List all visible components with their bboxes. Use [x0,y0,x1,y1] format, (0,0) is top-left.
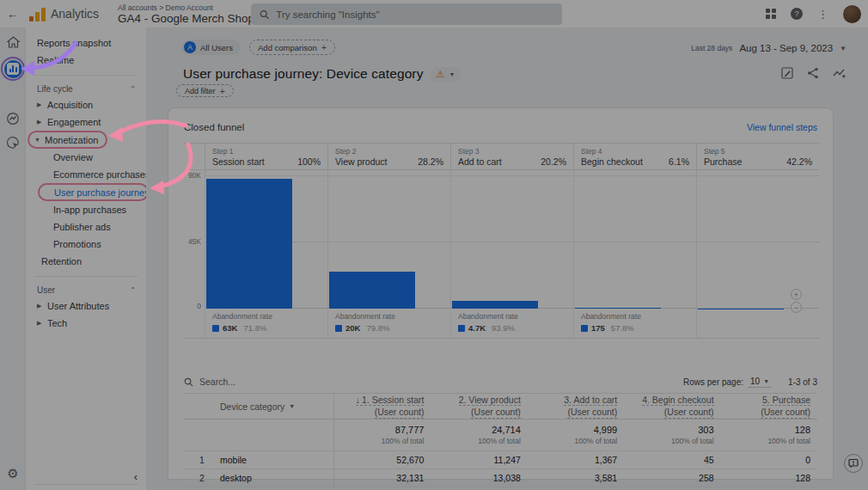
sidebar-item-user-attributes[interactable]: ▶User Attributes [26,297,146,315]
feedback-bubble-icon [848,458,859,469]
advertising-icon[interactable] [0,136,26,150]
sidebar-item-engagement[interactable]: ▶Engagement [26,113,146,131]
search-icon [184,377,193,387]
reports-nav-highlight-ring[interactable] [1,57,25,81]
chevron-down-icon: ▼ [449,71,455,77]
table-search-input[interactable] [199,377,303,387]
table-header-row: Device category▼ ↓1. Session start (User… [184,393,817,420]
search-input[interactable] [276,9,553,20]
gridline-45k [205,242,819,242]
sidebar-item-acquisition[interactable]: ▶Acquisition [26,96,146,113]
account-switcher[interactable]: All accounts > Demo Account GA4 - Google… [118,3,266,25]
sidebar-item-monetization[interactable]: ▼Monetization [28,131,107,149]
analytics-logo-icon [29,8,46,21]
chevron-up-icon: ⌃ [130,85,136,93]
search-icon [260,9,269,20]
sidebar-item-promotions[interactable]: Promotions [26,236,146,253]
insights-icon[interactable] [833,67,847,79]
legend-swatch [212,325,219,332]
sidebar-item-ecommerce-purchases[interactable]: Ecommerce purchases [26,166,146,183]
warning-icon: ⚠ [437,70,445,79]
column-header-session-start[interactable]: ↓1. Session start (User count) [334,394,431,419]
abandonment-cell: Abandonment rate 63K71.8% [205,309,327,338]
data-quality-chip[interactable]: ⚠ ▼ [431,67,462,82]
table-row[interactable]: 2desktop 32,131 13,038 3,581 258 128 [184,469,817,487]
sidebar-item-realtime[interactable]: Realtime [26,52,146,69]
expand-arrow-icon: ▶ [37,119,47,126]
funnel-step-header[interactable]: Step 1 Session start100% [205,144,327,169]
explore-icon[interactable] [0,112,26,126]
add-filter-button[interactable]: Add filter+ [176,84,234,97]
chevron-down-icon: ▼ [840,45,847,52]
abandonment-cell: Abandonment rate 20K79.8% [327,309,450,338]
reports-sidebar: Reports snapshot Realtime Life cycle⌃ ▶A… [26,28,146,490]
y-axis-tick: 90K [184,171,201,180]
sort-descending-icon: ↓ [356,395,360,405]
sidebar-item-publisher-ads[interactable]: Publisher ads [26,218,146,236]
column-header-begin-checkout[interactable]: 4. Begin checkout (User count) [624,394,720,419]
more-menu-icon[interactable]: ⋮ [817,8,828,21]
expand-arrow-icon: ▶ [37,101,47,108]
table-row[interactable]: 1mobile 52,670 11,247 1,367 45 0 [184,450,817,469]
segment-avatar: A [184,41,196,53]
apps-grid-icon[interactable] [766,9,776,19]
chevron-down-icon: ▼ [289,403,295,409]
avatar[interactable] [843,5,861,23]
nav-rail: ⚙ [0,28,26,490]
segment-chip-all-users[interactable]: A All Users [182,40,241,55]
funnel-chart: Step 1 Session start100% Step 2 View pro… [184,143,819,339]
funnel-bar-add-to-cart[interactable] [452,301,538,309]
column-header-add-to-cart[interactable]: 3. Add to cart (User count) [528,394,624,419]
table-search[interactable] [184,377,303,387]
sidebar-item-reports-snapshot[interactable]: Reports snapshot [26,34,146,52]
funnel-bar-purchase[interactable] [698,309,784,309]
expand-arrow-icon: ▶ [37,320,47,327]
help-icon[interactable]: ? [791,8,803,20]
zoom-out-button[interactable]: − [791,302,802,313]
app-name: Analytics [51,7,99,21]
funnel-bar-view-product[interactable] [329,272,415,309]
table-row[interactable]: 3tablet 2,976 429 51 0 0 [184,487,817,490]
admin-gear-icon[interactable]: ⚙ [0,466,26,481]
funnel-plot-area: 90K 45K 0 + − [184,170,819,309]
column-header-device-category[interactable]: Device category▼ [184,394,333,419]
add-comparison-button[interactable]: Add comparison+ [249,40,335,55]
customize-report-icon[interactable] [781,67,793,79]
sidebar-item-in-app-purchases[interactable]: In-app purchases [26,201,146,218]
global-search[interactable] [251,3,562,25]
abandonment-cell: Abandonment rate 17557.8% [573,309,696,338]
date-range-value: Aug 13 - Sep 9, 2023 [739,43,833,53]
sidebar-section-life-cycle[interactable]: Life cycle⌃ [26,81,146,96]
device-cell: mobile [220,455,247,465]
funnel-bar-begin-checkout[interactable] [575,308,661,309]
plus-icon: + [220,86,225,96]
feedback-button[interactable] [844,454,863,473]
funnel-step-header[interactable]: Step 2 View product28.2% [327,144,450,169]
divider [34,276,138,277]
sidebar-item-tech[interactable]: ▶Tech [26,315,146,332]
sidebar-item-retention[interactable]: Retention [26,253,146,270]
share-icon[interactable] [807,67,819,79]
zoom-in-button[interactable]: + [791,289,802,300]
collapse-arrow-icon: ▼ [34,137,45,143]
analytics-logo[interactable]: Analytics [29,7,99,21]
funnel-step-header[interactable]: Step 3 Add to cart20.2% [450,144,573,169]
legend-swatch [458,325,465,332]
sidebar-collapse-icon[interactable]: ‹ [134,470,138,483]
sidebar-item-overview[interactable]: Overview [26,149,146,166]
column-header-purchase[interactable]: 5. Purchase (User count) [721,394,817,419]
page-title: User purchase journey: Device category [183,66,424,82]
funnel-step-header[interactable]: Step 4 Begin checkout6.1% [573,144,696,169]
funnel-bar-session-start[interactable] [206,179,292,309]
column-header-view-product[interactable]: 2. View product (User count) [431,394,527,419]
sidebar-section-user[interactable]: User⌃ [26,282,146,297]
back-arrow-icon[interactable]: ← [0,7,26,21]
reports-icon [4,60,22,78]
sidebar-item-user-purchase-journey[interactable]: User purchase journey [38,183,149,201]
rows-per-page-select[interactable]: 10▼ [749,377,771,388]
date-range-picker[interactable]: Last 28 days Aug 13 - Sep 9, 2023 ▼ [691,43,847,53]
property-name: GA4 - Google Merch Shop [118,12,254,25]
view-funnel-steps-link[interactable]: View funnel steps [747,122,817,132]
home-icon[interactable] [0,36,26,48]
funnel-step-header[interactable]: Step 5 Purchase42.2% [696,144,819,169]
